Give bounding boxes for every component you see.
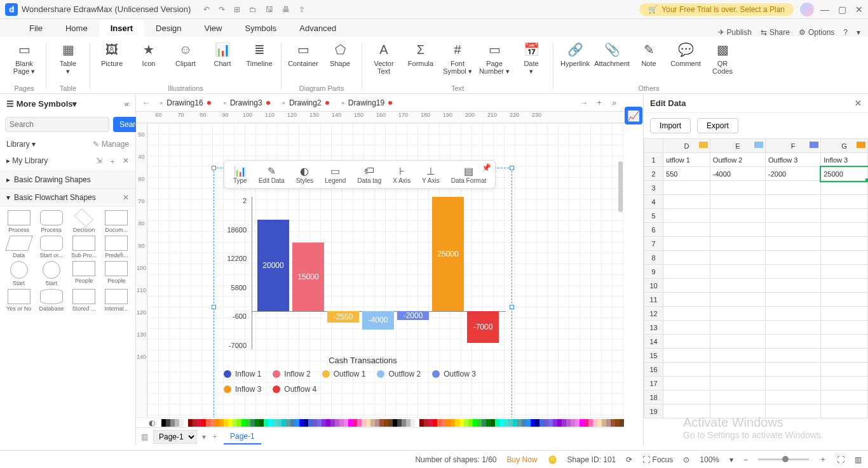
chart-tool-data-tag[interactable]: 🏷Data tag [353,163,385,185]
bar-outflow-3[interactable]: -2000 [397,311,429,320]
shape-stored[interactable]: Stored ... [69,289,99,312]
col-header-F[interactable]: F [766,139,821,153]
cell-F4[interactable] [766,195,821,209]
shape-decision[interactable]: Decision [69,210,99,233]
cell-F16[interactable] [766,363,821,377]
swatch[interactable] [166,419,170,427]
cell-E17[interactable] [710,377,765,391]
swatch[interactable] [259,419,264,427]
chart[interactable]: 218600122005800-600-7000 2000015000-2550… [217,171,508,417]
swatch[interactable] [379,419,384,427]
swatch[interactable] [250,419,255,427]
menu-tab-design[interactable]: Design [144,20,193,37]
chart-tool-type[interactable]: 📊Type [229,163,251,185]
status-icon-1[interactable]: ⟳ [626,455,632,464]
swatch[interactable] [393,419,397,427]
swatch[interactable] [188,419,193,427]
chart-tool-x-axis[interactable]: ⊦X Axis [389,163,414,185]
row-header-6[interactable]: 6 [644,223,663,237]
lib-action-icon[interactable]: ⇲ [96,156,102,167]
share-button[interactable]: ⇆ Share [761,28,790,37]
menu-tab-insert[interactable]: Insert [99,20,144,37]
export-button[interactable]: Export [697,118,738,133]
swatch[interactable] [606,419,611,427]
cell-D1[interactable]: utflow 1 [663,153,710,167]
swatch[interactable] [281,419,286,427]
swatch[interactable] [161,419,166,427]
ribbon-table[interactable]: ▦Table▾ [50,39,86,75]
cell-E11[interactable] [710,293,765,307]
swatch[interactable] [508,419,513,427]
page-tab[interactable]: Page-1 [224,429,261,445]
cell-D12[interactable] [663,307,710,321]
bar-outflow-2[interactable]: -4000 [362,311,394,330]
swatch[interactable] [344,419,348,427]
bar-inflow-1[interactable]: 20000 [257,220,289,311]
swatch[interactable] [566,419,571,427]
swatch[interactable] [415,419,419,427]
swatch[interactable] [451,419,455,427]
cell-F19[interactable] [766,404,821,418]
shape-predefi[interactable]: Predefi... [102,236,132,258]
cell-D3[interactable] [663,181,710,195]
swatch[interactable] [224,419,228,427]
swatch[interactable] [575,419,580,427]
row-header-3[interactable]: 3 [644,181,663,195]
focus-button[interactable]: ⛶ Focus [642,455,673,464]
my-library-section[interactable]: My Library [12,156,48,165]
swatch[interactable] [455,419,459,427]
ribbon-hyperlink[interactable]: 🔗Hyperlink [557,39,593,75]
cell-F10[interactable] [766,279,821,293]
ribbon-date[interactable]: 📅Date▾ [513,39,549,75]
swatch[interactable] [308,419,313,427]
redo-icon[interactable]: ↷ [219,5,225,14]
swatch[interactable] [353,419,357,427]
zoom-level[interactable]: 100% [700,455,719,464]
swatch[interactable] [304,419,308,427]
cell-G2[interactable]: 25000 [821,167,868,181]
bar-outflow-4[interactable]: -7000 [467,311,499,343]
swatch[interactable] [206,419,210,427]
shape-database[interactable]: Database [36,289,66,312]
swatch[interactable] [375,419,379,427]
row-header-15[interactable]: 15 [644,349,663,363]
row-header-5[interactable]: 5 [644,209,663,223]
ribbon-shape[interactable]: ⬠Shape [322,39,358,67]
cell-F14[interactable] [766,335,821,349]
swatch[interactable] [170,419,175,427]
legend-outflow-3[interactable]: Outflow 3 [432,370,476,378]
cell-G1[interactable]: Inflow 3 [821,153,868,167]
page-list-icon[interactable]: ▥ [141,432,148,441]
color-swatch-bar[interactable]: ◐ [136,417,624,427]
menu-tab-home[interactable]: Home [54,20,99,37]
cell-G15[interactable] [821,349,868,363]
swatch[interactable] [184,419,188,427]
cell-F12[interactable] [766,307,821,321]
legend-inflow-3[interactable]: Inflow 3 [224,385,261,394]
cell-G4[interactable] [821,195,868,209]
swatch[interactable] [464,419,468,427]
zoom-in-button[interactable]: ＋ [819,454,827,465]
fit-page-button[interactable]: ⛶ [837,455,844,464]
cell-D6[interactable] [663,223,710,237]
cell-D11[interactable] [663,293,710,307]
cell-E16[interactable] [710,363,765,377]
cell-E8[interactable] [710,251,765,265]
row-header-4[interactable]: 4 [644,195,663,209]
collapse-panel-button[interactable]: « [125,99,129,109]
cell-G7[interactable] [821,237,868,251]
cell-F8[interactable] [766,251,821,265]
swatch[interactable] [370,419,375,427]
swatch[interactable] [522,419,526,427]
collapse-ribbon-button[interactable]: ▾ [857,28,860,37]
swatch[interactable] [459,419,464,427]
save-icon[interactable]: 🖫 [266,5,273,14]
shape-internal[interactable]: Internal... [102,289,132,312]
symbol-search-input[interactable] [5,117,109,132]
legend-outflow-1[interactable]: Outflow 1 [322,370,366,378]
cell-D19[interactable] [663,404,710,418]
cell-G16[interactable] [821,363,868,377]
row-header-9[interactable]: 9 [644,265,663,279]
cell-E12[interactable] [710,307,765,321]
ribbon-chart[interactable]: 📊Chart [205,39,240,67]
